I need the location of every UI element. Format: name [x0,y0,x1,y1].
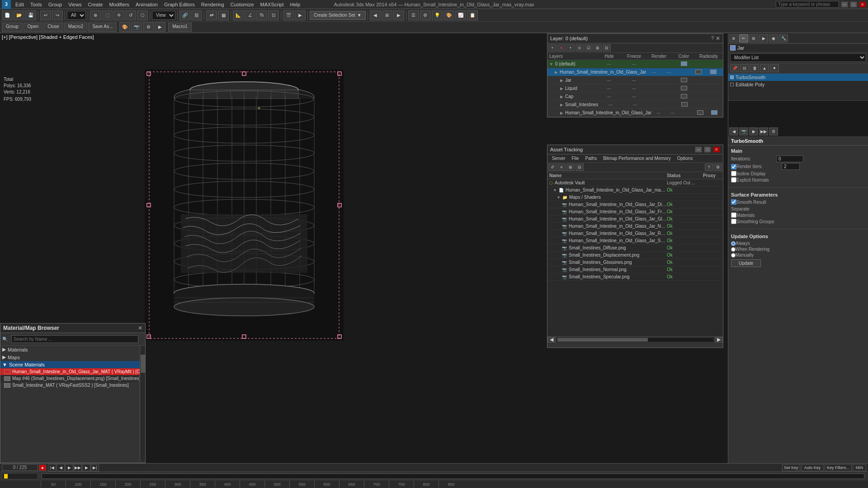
scale-btn[interactable]: ⬡ [137,10,148,20]
utilities-icon[interactable]: 🔧 [779,34,788,42]
menu-animation[interactable]: Animation [133,1,160,8]
mat-editor-tb-btn[interactable]: 🎨 [119,22,130,32]
select-btn[interactable]: ⊕ [90,10,101,20]
save-btn[interactable]: 💾 [25,10,36,20]
mod-collapse-btn[interactable]: ⊟ [740,64,749,72]
curve-editor-btn[interactable]: 📈 [455,10,466,20]
open-group-btn[interactable]: Open [24,23,42,32]
record-btn[interactable]: ● [39,465,46,471]
render-iters-check[interactable] [731,164,736,169]
save-as-btn[interactable]: Save As... [88,23,117,32]
always-radio[interactable] [731,241,736,246]
play-anim-btn[interactable]: ⊞ [382,10,392,20]
timeline[interactable] [0,472,868,481]
asset-icon-view[interactable]: ⊞ [566,164,575,171]
smooth-result-check[interactable] [731,199,736,205]
quick-render-btn[interactable]: ▶ [155,22,165,32]
asset-vault-row[interactable]: ⬡ Autodesk Vault Logged Out ... [547,179,723,187]
play-btn[interactable]: ▶ [65,464,73,471]
layer-row-intestines[interactable]: ▶ Small_Intestines — — [547,101,723,109]
menu-help[interactable]: Help [288,1,303,8]
layer-set-current[interactable]: ☑ [585,44,593,52]
play-fwd-btn[interactable]: ▶▶ [74,464,82,471]
render-setting-tb[interactable]: ⚙ [143,22,154,32]
asset-diffuse-row[interactable]: 📷 Human_Small_Intestine_in_Old_Glass_Jar… [547,201,723,208]
menu-create[interactable]: Create [85,1,105,8]
layer-row-full[interactable]: ▶ Human_Small_Intestine_in_Old_Glass_Jar… [547,109,723,117]
asset-menu-server[interactable]: Server [549,155,568,161]
preview-anim[interactable]: ▶▶ [759,127,768,136]
mat-item-1[interactable]: Map #46 (Small_Inestines_Displacement.pn… [0,375,145,382]
asset-close[interactable]: ✕ [713,146,720,153]
render-setup-btn[interactable]: 🎬 [283,10,294,20]
preview-settings[interactable]: ⚙ [769,127,778,136]
menu-customize[interactable]: Customize [228,1,257,8]
light-toggle-btn[interactable]: 💡 [432,10,443,20]
minimize-button[interactable]: ─ [841,1,848,8]
mat-item-2[interactable]: Small_Intestine_MAT ( VRayFastSSS2 ) [Sm… [0,382,145,389]
open-btn[interactable]: 📂 [14,10,24,20]
asset-maximize[interactable]: □ [704,146,711,153]
render-iters-input[interactable] [782,163,800,170]
mat-scroll-thumb[interactable] [141,355,145,373]
motion-icon[interactable]: ▶ [759,34,768,42]
mod-turbosmooth[interactable]: TurboSmooth [728,74,868,81]
named-selection-prev[interactable]: ◀ [370,10,381,20]
asset-menu-file[interactable]: File [569,155,581,161]
layer-row-main[interactable]: ▶ Human_Small_Intestine_in_Old_Glass_Jar… [547,68,723,76]
key-filters-btn[interactable]: Key Filters... [825,464,852,471]
preview-left[interactable]: ◀ [729,127,738,136]
hierarchy-icon[interactable]: ⊞ [749,34,758,42]
asset-help[interactable]: ? [705,164,713,171]
asset-normal-row[interactable]: 📷 Human_Small_Intestine_in_Old_Glass_Jar… [547,223,723,230]
goto-end-btn[interactable]: ▶| [91,464,99,471]
asset-minimize[interactable]: ─ [695,146,702,153]
close-button[interactable]: ✕ [859,1,866,8]
asset-tracking-btn[interactable]: 📋 [467,10,478,20]
materials-check[interactable] [731,212,736,218]
manually-radio[interactable] [731,253,736,258]
timeline-track[interactable] [42,474,864,479]
layer-row-liquid[interactable]: ▶ Liquid — — [547,84,723,93]
percent-snap-btn[interactable]: % [256,10,267,20]
layer-highlight[interactable]: ⊞ [594,44,602,52]
auto-key-btn[interactable]: Auto Key [801,464,824,471]
mat-item-0[interactable]: Human_Small_Intestine_in_Old_Glass_Jar_M… [0,368,145,375]
asset-settings[interactable]: ⚙ [714,164,722,171]
move-btn[interactable]: ✛ [113,10,124,20]
layer-add-selected[interactable]: + [566,44,575,52]
scene-states-btn[interactable]: ⚙ [420,10,431,20]
asset-menu-bitmap[interactable]: Bitmap Performance and Memory [600,155,674,161]
restore-button[interactable]: □ [850,1,857,8]
asset-reload[interactable]: ↺ [548,164,557,171]
next-frame-btn[interactable]: ▶ [82,464,90,471]
asset-small-spec-row[interactable]: 📷 Small_Inestines_Specular.png Ok [547,273,723,281]
isoline-check[interactable] [731,171,736,176]
create-icon[interactable]: ⊕ [729,34,738,42]
preview-camera[interactable]: 📷 [739,127,748,136]
modifier-list-dropdown[interactable]: Modifier List [730,53,866,62]
mat-materials-header[interactable]: ▶ Materials [0,346,145,353]
mat-scrollbar[interactable] [140,346,145,461]
goto-start-btn[interactable]: |◀ [48,464,56,471]
render-frame-btn[interactable]: 📷 [131,22,142,32]
asset-details-view[interactable]: ⊟ [576,164,584,171]
layer-row-cap[interactable]: ▶ Cap — — [547,93,723,101]
asset-fresnel-row[interactable]: 📷 Human_Small_Intestine_in_Old_Glass_Jar… [547,208,723,216]
create-selection-btn[interactable]: Create Selection Set ▼ [310,11,366,20]
layer-expand-all[interactable]: ⊟ [603,44,611,52]
modify-icon[interactable]: ✏ [739,34,748,42]
hscroll-thumb[interactable] [557,338,648,342]
rotate-btn[interactable]: ↺ [125,10,136,20]
mat-scene-header[interactable]: ▼ Scene Materials [0,361,145,368]
select-region-btn[interactable]: ⬚ [102,10,113,20]
undo-btn[interactable]: ↩ [40,10,51,20]
asset-refraction-row[interactable]: 📷 Human_Small_Intestine_in_Old_Glass_Jar… [547,230,723,237]
mod-editable-poly[interactable]: Editable Poly [728,81,868,88]
iterations-input[interactable] [776,155,803,162]
layer-btn[interactable]: ☰ [408,10,419,20]
macro2-btn[interactable]: Macro2 [64,23,87,32]
hscroll-right[interactable]: ▶ [715,337,723,343]
asset-menu-options[interactable]: Options [675,155,695,161]
unlink-btn[interactable]: ⛓ [191,10,202,20]
